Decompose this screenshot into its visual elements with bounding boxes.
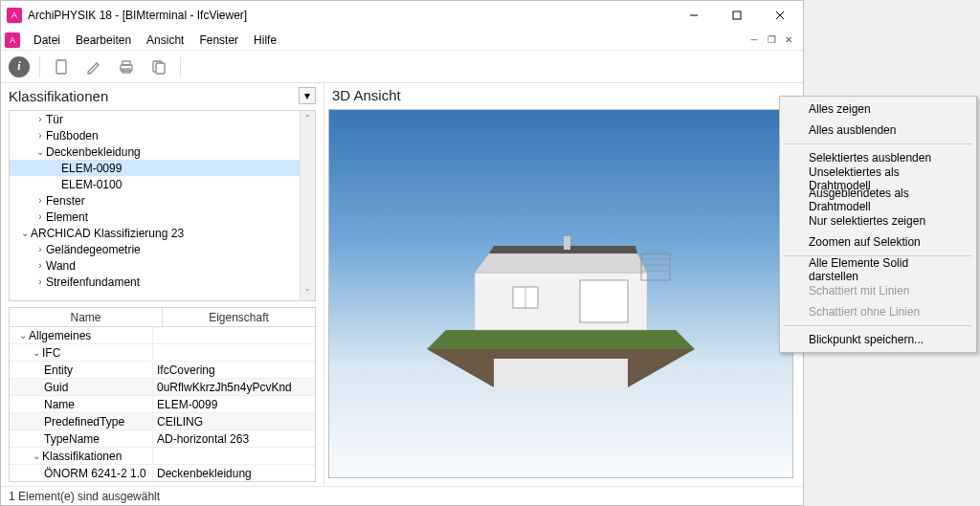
context-menu: Alles zeigen Alles ausblenden Selektiert… [779, 96, 977, 353]
menu-bearbeiten[interactable]: Bearbeiten [68, 32, 139, 49]
svg-marker-15 [489, 246, 637, 253]
grid-data-row[interactable]: EntityIfcCovering [10, 362, 315, 379]
scroll-down-icon[interactable]: ˅ [301, 285, 315, 300]
svg-rect-18 [580, 280, 628, 322]
menu-hilfe[interactable]: Hilfe [246, 32, 284, 49]
svg-marker-14 [475, 253, 647, 273]
app-icon: A [7, 8, 22, 23]
toolbar: i [1, 51, 803, 83]
tree-item[interactable]: ›Fußboden [10, 127, 300, 143]
print-icon[interactable] [115, 55, 138, 78]
grid-data-row[interactable]: TypeNameAD-horizontal 263 [10, 430, 315, 448]
cm-shaded-no-lines: Schattiert ohne Linien [782, 301, 974, 322]
cm-save-viewpoint[interactable]: Blickpunkt speichern... [782, 329, 974, 350]
cm-shaded-lines: Schattiert mit Linien [782, 280, 974, 301]
3d-view-title: 3D Ansicht [332, 87, 795, 103]
tree-item[interactable]: ELEM-0099 [10, 160, 300, 176]
grid-data-row[interactable]: PredefinedTypeCEILING [10, 413, 315, 430]
grid-col-name[interactable]: Name [10, 308, 163, 326]
classifications-dropdown[interactable]: ▾ [299, 87, 316, 104]
copy-icon[interactable] [147, 55, 170, 78]
grid-data-row[interactable]: NameELEM-0099 [10, 396, 315, 413]
mdi-minimize-button[interactable]: ─ [747, 33, 761, 47]
grid-data-row[interactable]: Guid0uRflwKkrzJh5n4yPcvKnd [10, 379, 315, 396]
tree-item[interactable]: ›Element [10, 209, 300, 225]
menu-datei[interactable]: Datei [26, 32, 68, 49]
tree-scrollbar[interactable]: ˄ ˅ [300, 111, 315, 300]
minimize-button[interactable] [672, 2, 715, 29]
mdi-icon: A [5, 33, 20, 48]
grid-data-row[interactable]: ÖNORM 6241-2 1.0Deckenbekleidung [10, 465, 315, 481]
maximize-button[interactable] [715, 2, 758, 29]
close-button[interactable] [758, 2, 801, 29]
main-window: A ArchiPHYSIK 18 - [BIMterminal - IfcVie… [0, 0, 804, 506]
mdi-restore-button[interactable]: ❐ [765, 33, 778, 47]
cm-hide-all[interactable]: Alles ausblenden [782, 120, 974, 141]
svg-rect-6 [122, 61, 130, 65]
edit-icon[interactable] [82, 55, 105, 78]
svg-rect-1 [733, 11, 741, 19]
new-page-icon[interactable] [50, 55, 73, 78]
grid-col-property[interactable]: Eigenschaft [163, 308, 315, 326]
svg-rect-9 [156, 63, 165, 74]
tree-item[interactable]: ›Streifenfundament [10, 274, 300, 290]
titlebar: A ArchiPHYSIK 18 - [BIMterminal - IfcVie… [1, 1, 803, 30]
svg-rect-4 [56, 60, 66, 74]
content-area: Klassifikationen ▾ ›Tür›Fußboden⌄Deckenb… [1, 83, 803, 486]
tree-item[interactable]: ⌄Deckenbekleidung [10, 143, 300, 160]
classifications-title: Klassifikationen [9, 88, 299, 104]
tree-item[interactable]: ⌄ARCHICAD Klassifizierung 23 [10, 225, 300, 241]
cm-show-only-selected[interactable]: Nur selektiertes zeigen [782, 210, 974, 231]
info-button[interactable]: i [9, 56, 30, 77]
cm-all-solid[interactable]: Alle Elemente Solid darstellen [782, 259, 974, 280]
classification-tree: ›Tür›Fußboden⌄DeckenbekleidungELEM-0099E… [9, 110, 316, 301]
tree-item[interactable]: ›Fenster [10, 192, 300, 209]
scroll-up-icon[interactable]: ˄ [301, 111, 315, 126]
3d-viewport[interactable] [328, 109, 793, 478]
cm-hidden-wireframe[interactable]: Ausgeblendetes als Drahtmodell [782, 189, 974, 210]
properties-grid: Name Eigenschaft ⌄Allgemeines⌄IFCEntityI… [9, 307, 316, 482]
cm-zoom-selection[interactable]: Zoomen auf Selektion [782, 231, 974, 253]
building-model [408, 206, 714, 397]
svg-rect-23 [564, 236, 570, 250]
menubar: A Datei Bearbeiten Ansicht Fenster Hilfe… [1, 30, 803, 51]
grid-group-row[interactable]: ⌄IFC [10, 344, 315, 362]
right-pane: 3D Ansicht [324, 83, 803, 486]
grid-group-row[interactable]: ⌄Allgemeines [10, 327, 315, 344]
statusbar: 1 Element(e) sind ausgewählt [1, 486, 803, 505]
svg-marker-12 [494, 359, 628, 387]
window-title: ArchiPHYSIK 18 - [BIMterminal - IfcViewe… [28, 9, 247, 22]
tree-item[interactable]: ›Wand [10, 257, 300, 274]
tree-item[interactable]: ›Geländegeometrie [10, 241, 300, 257]
menu-ansicht[interactable]: Ansicht [139, 32, 191, 49]
tree-item[interactable]: ›Tür [10, 111, 300, 127]
grid-group-row[interactable]: ⌄Klassifikationen [10, 448, 315, 465]
menu-fenster[interactable]: Fenster [191, 32, 246, 49]
tree-item[interactable]: ELEM-0100 [10, 176, 300, 192]
status-text: 1 Element(e) sind ausgewählt [9, 490, 160, 503]
mdi-close-button[interactable]: ✕ [782, 33, 795, 47]
cm-show-all[interactable]: Alles zeigen [782, 99, 974, 120]
left-pane: Klassifikationen ▾ ›Tür›Fußboden⌄Deckenb… [1, 83, 324, 486]
svg-marker-10 [427, 330, 695, 349]
